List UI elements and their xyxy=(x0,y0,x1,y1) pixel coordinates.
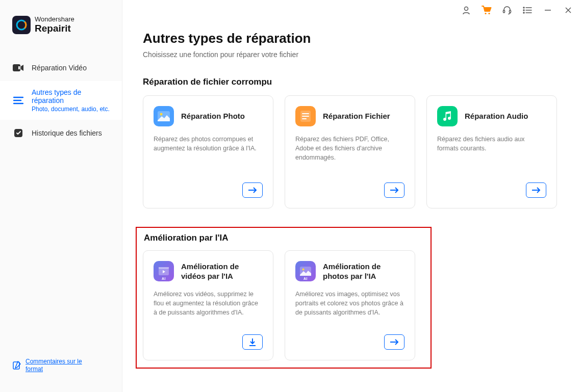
svg-point-14 xyxy=(523,7,524,8)
file-icon xyxy=(295,106,316,126)
edit-icon xyxy=(12,361,21,370)
card-file-repair[interactable]: Réparation Fichier Réparez des fichiers … xyxy=(285,95,415,208)
cart-button[interactable] xyxy=(481,5,492,16)
card-title: Réparation Audio xyxy=(465,111,528,121)
product-name: Repairit xyxy=(35,23,74,34)
section-title-ai: Amélioration par l'IA xyxy=(144,233,424,243)
svg-point-16 xyxy=(523,10,524,11)
card-audio-repair[interactable]: Réparation Audio Réparez des fichiers au… xyxy=(426,95,557,208)
svg-rect-12 xyxy=(503,10,505,13)
ai-video-icon: AI xyxy=(154,261,174,281)
go-button[interactable] xyxy=(384,182,404,198)
page-title: Autres types de réparation xyxy=(143,31,562,46)
menu-button[interactable] xyxy=(522,5,533,16)
card-desc: Réparez des fichiers audio aux formats c… xyxy=(437,135,546,153)
logo-icon xyxy=(12,16,31,34)
sidebar: Wondershare Repairit Réparation Vidéo Au… xyxy=(0,0,122,392)
sidebar-item-other-repair[interactable]: Autres types de réparation Photo, docume… xyxy=(0,81,122,120)
card-desc: Améliorez vos images, optimisez vos port… xyxy=(295,290,404,317)
card-desc: Réparez des photos corrompues et augment… xyxy=(154,135,263,153)
account-button[interactable] xyxy=(461,5,472,16)
svg-point-11 xyxy=(488,13,490,14)
ai-highlight-box: Amélioration par l'IA AI Amélioration de… xyxy=(136,227,432,369)
sidebar-item-file-history[interactable]: Historique des fichiers xyxy=(0,120,122,146)
arrow-right-icon xyxy=(390,187,399,193)
nav-label: Historique des fichiers xyxy=(32,129,102,137)
go-button[interactable] xyxy=(242,182,263,198)
content-area: Autres types de réparation Choisissez un… xyxy=(122,18,582,381)
ai-badge: AI xyxy=(155,277,173,280)
feedback-link[interactable]: Commentaires sur le format xyxy=(12,358,110,374)
list-icon xyxy=(12,94,24,107)
svg-rect-33 xyxy=(159,267,169,269)
titlebar xyxy=(122,0,582,18)
close-button[interactable] xyxy=(563,5,574,16)
arrow-right-icon xyxy=(532,187,541,193)
ai-badge: AI xyxy=(296,277,315,280)
feedback-link-label: Commentaires sur le format xyxy=(26,358,92,374)
svg-rect-3 xyxy=(18,66,20,69)
card-desc: Réparez des fichiers PDF, Office, Adobe … xyxy=(295,135,404,162)
download-button[interactable] xyxy=(242,334,263,350)
go-button[interactable] xyxy=(384,334,404,350)
card-ai-photo[interactable]: AI Amélioration de photos par l'IA Améli… xyxy=(285,250,415,360)
music-note-icon xyxy=(437,106,458,126)
nav-label: Réparation Vidéo xyxy=(32,64,87,72)
photo-icon xyxy=(154,106,174,126)
svg-point-9 xyxy=(465,7,468,11)
go-button[interactable] xyxy=(526,182,546,198)
arrow-right-icon xyxy=(248,187,257,193)
card-title: Amélioration de vidéos par l'IA xyxy=(181,262,263,281)
video-camera-icon xyxy=(12,62,24,74)
arrow-right-icon xyxy=(390,339,399,345)
main-area: Autres types de réparation Choisissez un… xyxy=(122,0,582,392)
nav-sublabel: Photo, document, audio, etc. xyxy=(32,106,110,113)
svg-rect-13 xyxy=(510,10,511,13)
ai-photo-icon: AI xyxy=(295,261,316,281)
card-title: Réparation Photo xyxy=(181,111,245,121)
card-title: Amélioration de photos par l'IA xyxy=(323,262,404,281)
ai-card-row: AI Amélioration de vidéos par l'IA Améli… xyxy=(143,250,424,360)
support-button[interactable] xyxy=(501,5,513,16)
app-logo: Wondershare Repairit xyxy=(0,15,122,55)
svg-point-10 xyxy=(485,13,486,14)
sidebar-item-video-repair[interactable]: Réparation Vidéo xyxy=(0,55,122,81)
download-icon xyxy=(249,338,256,346)
nav-label: Autres types de réparation xyxy=(32,88,110,104)
corrupt-card-row: Réparation Photo Réparez des photos corr… xyxy=(143,95,562,208)
minimize-button[interactable] xyxy=(542,5,553,16)
page-subtitle: Choisissez une fonction pour réparer vot… xyxy=(143,50,562,59)
brand-name: Wondershare xyxy=(35,15,74,23)
svg-point-24 xyxy=(160,113,163,116)
section-title-corrupt: Réparation de fichier corrompu xyxy=(143,77,562,87)
svg-point-38 xyxy=(302,269,305,271)
card-photo-repair[interactable]: Réparation Photo Réparez des photos corr… xyxy=(143,95,273,208)
history-icon xyxy=(12,127,24,139)
card-title: Réparation Fichier xyxy=(323,111,390,121)
card-ai-video[interactable]: AI Amélioration de vidéos par l'IA Améli… xyxy=(143,250,273,360)
card-desc: Améliorez vos vidéos, supprimez le flou … xyxy=(154,290,263,317)
svg-point-18 xyxy=(523,12,524,13)
